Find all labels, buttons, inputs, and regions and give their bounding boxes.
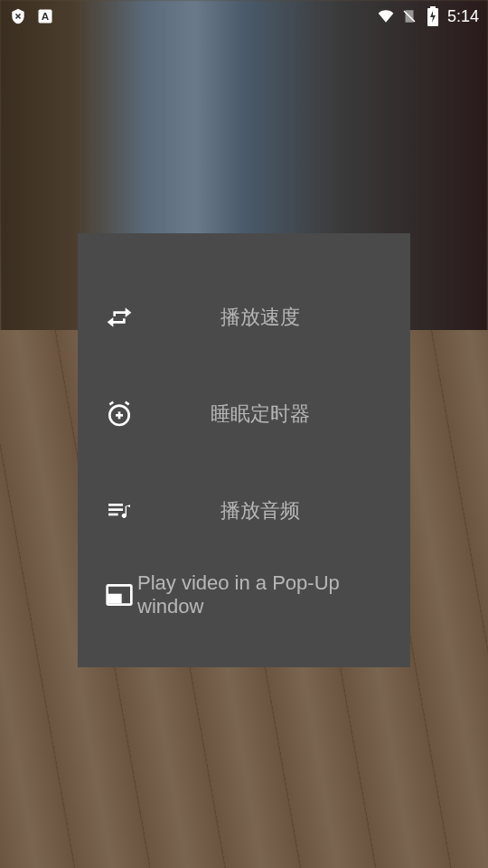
svg-rect-11: [108, 509, 123, 512]
popup-window-label: Play video in a Pop-Up window: [136, 571, 385, 618]
svg-rect-12: [108, 514, 118, 516]
battery-charging-icon: [424, 7, 442, 25]
play-audio-label: 播放音频: [136, 497, 385, 524]
status-time: 5:14: [447, 7, 479, 26]
svg-rect-10: [108, 504, 123, 506]
alarm-add-icon: [103, 398, 136, 430]
svg-text:A: A: [42, 10, 50, 22]
playback-speed-item[interactable]: 播放速度: [78, 269, 410, 366]
app-badge-icon: A: [36, 7, 54, 25]
svg-line-9: [126, 402, 129, 405]
wifi-icon: [377, 7, 395, 25]
svg-line-8: [109, 402, 113, 405]
svg-rect-14: [109, 595, 120, 602]
status-right: 5:14: [377, 7, 479, 26]
picture-in-picture-icon: [103, 579, 136, 611]
close-shield-icon: [9, 7, 27, 25]
sleep-timer-item[interactable]: 睡眠定时器: [78, 366, 410, 463]
playback-speed-label: 播放速度: [136, 304, 385, 331]
popup-window-item[interactable]: Play video in a Pop-Up window: [78, 560, 410, 631]
sleep-timer-label: 睡眠定时器: [136, 401, 385, 428]
repeat-icon: [103, 301, 136, 334]
play-audio-item[interactable]: 播放音频: [78, 463, 410, 560]
playlist-music-icon: [103, 495, 136, 527]
svg-rect-4: [430, 6, 436, 8]
no-sim-icon: [400, 7, 418, 25]
status-bar: A 5:14: [0, 0, 488, 33]
playback-menu: 播放速度 睡眠定时器 播放音频: [78, 233, 410, 667]
status-left: A: [9, 7, 54, 25]
